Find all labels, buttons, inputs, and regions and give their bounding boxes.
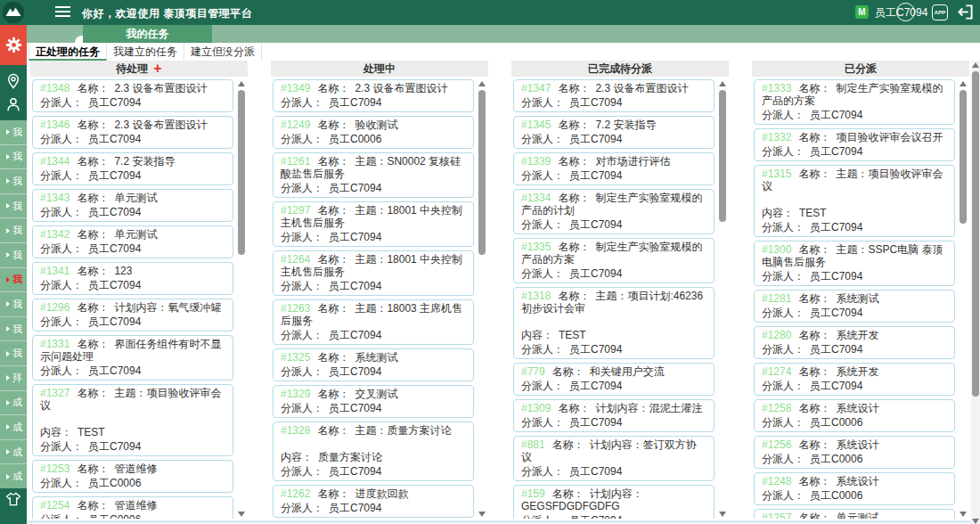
- task-card[interactable]: #1254名称：管道维修分派人：员工C0006: [32, 496, 233, 519]
- task-card[interactable]: #1262名称：进度款回款分派人：员工C7094: [273, 485, 474, 518]
- subtab-1[interactable]: 我建立的任务: [107, 43, 184, 61]
- card-assignee-line: 分派人：员工C7094: [762, 379, 947, 393]
- name-label: 名称：: [317, 351, 349, 364]
- task-card[interactable]: #1332名称：项目验收评审会议召开分派人：员工C7094: [754, 128, 955, 161]
- task-card[interactable]: #1348名称：2.3 设备布置图设计分派人：员工C7094: [32, 79, 233, 112]
- sidebar-item-14[interactable]: 成: [0, 463, 27, 488]
- scroll-up-arrow[interactable]: [960, 81, 967, 86]
- scroll-thumb[interactable]: [960, 90, 967, 224]
- task-card[interactable]: #1315名称：主题：项目验收评审会议内容：TEST分派人：员工C7094: [754, 165, 955, 237]
- task-card[interactable]: #1325名称：系统测试分派人：员工C7094: [273, 348, 474, 381]
- scroll-thumb[interactable]: [238, 90, 245, 255]
- scroll-down-arrow[interactable]: [960, 512, 967, 517]
- task-card[interactable]: #1344名称：7.2 安装指导分派人：员工C7094: [32, 152, 233, 185]
- task-card[interactable]: #1257名称：单元测试分派人：员工C0006: [754, 509, 955, 519]
- sidebar-item-5[interactable]: 我: [0, 242, 27, 267]
- task-id: #1344: [40, 155, 69, 168]
- sidebar-item-8[interactable]: 我: [0, 316, 27, 341]
- task-card[interactable]: #1309名称：计划内容：混泥土灌注分派人：员工C7094: [513, 399, 715, 432]
- person-icon[interactable]: [5, 96, 21, 112]
- sidebar-item-1[interactable]: 我: [0, 144, 27, 169]
- task-card[interactable]: #1258名称：系统设计分派人：员工C0006: [754, 399, 955, 432]
- assignee-label: 分派人：: [281, 96, 323, 109]
- task-card[interactable]: #1347名称：2.3 设备布置图设计分派人：员工C7094: [513, 79, 715, 112]
- task-card[interactable]: #1296名称：计划内容：氧气缓冲罐分派人：员工C7094: [32, 299, 233, 332]
- assignee-label: 分派人：: [521, 416, 564, 429]
- logout-icon[interactable]: [957, 4, 974, 24]
- column-scrollbar[interactable]: [959, 79, 968, 517]
- task-card[interactable]: #1345名称：7.2 安装指导分派人：员工C7094: [513, 116, 715, 149]
- add-task-button[interactable]: +: [153, 62, 161, 75]
- task-card[interactable]: #881名称：计划内容：签订双方协议分派人：员工C7094: [513, 436, 715, 481]
- sidebar-item-13[interactable]: 成: [0, 439, 27, 464]
- column-scrollbar[interactable]: [237, 79, 246, 517]
- task-card[interactable]: #1343名称：单元测试分派人：员工C7094: [32, 189, 233, 222]
- subtab-0[interactable]: 正处理的任务: [29, 43, 107, 61]
- task-card[interactable]: #1318名称：主题：项目计划:46236初步设计会审内容：TEST分派人：员工…: [513, 287, 715, 359]
- sidebar-item-3[interactable]: 我: [0, 193, 27, 218]
- scroll-down-arrow[interactable]: [719, 512, 726, 517]
- scroll-down-arrow[interactable]: [478, 512, 486, 517]
- sidebar-item-10[interactable]: 拜: [0, 365, 27, 390]
- sidebar-item-2[interactable]: 我: [0, 168, 27, 193]
- task-card[interactable]: #1333名称：制定生产实验室规模的产品的方案分派人：员工C7094: [754, 79, 955, 125]
- task-card[interactable]: #1264名称：主题：18001 中央控制主机售后服务分派人：员工C7094: [273, 250, 474, 296]
- task-card[interactable]: #1281名称：系统测试分派人：员工C7094: [754, 290, 955, 323]
- task-card[interactable]: #779名称：和关键用户交流分派人：员工C7094: [513, 363, 715, 396]
- task-card[interactable]: #1341名称：123分派人：员工C7094: [32, 262, 233, 295]
- sidebar-item-9[interactable]: 我: [0, 340, 27, 365]
- subtab-2[interactable]: 建立但没分派: [184, 43, 262, 61]
- task-card[interactable]: #1263名称：主题：18003 主席机售后服务分派人：员工C7094: [273, 299, 474, 345]
- task-name: 单元测试: [114, 228, 157, 241]
- task-card[interactable]: #1261名称：主题：SN0002 复核硅酸盐售后服务分派人：员工C7094: [273, 152, 474, 198]
- sidebar-settings-button[interactable]: [0, 25, 27, 65]
- task-card[interactable]: #1256名称：系统设计分派人：员工C0006: [754, 436, 955, 469]
- task-card[interactable]: #1331名称：界面任务组件有时不显示问题处理分派人：员工C7094: [32, 335, 233, 381]
- scroll-down-arrow[interactable]: [238, 512, 245, 517]
- task-card[interactable]: #1335名称：制定生产实验室规模的产品的方案分派人：员工C7094: [513, 238, 715, 283]
- message-badge[interactable]: M: [855, 5, 869, 19]
- task-card[interactable]: #1327名称：主题：项目验收评审会议内容：TEST分派人：员工C7094: [32, 384, 233, 456]
- task-card[interactable]: #1274名称：系统开发分派人：员工C7094: [754, 363, 955, 396]
- task-card[interactable]: #1300名称：主题：SSPC电脑 泰顶电脑售后服务分派人：员工C7094: [754, 241, 955, 286]
- assignee-label: 分派人：: [40, 477, 83, 489]
- task-card[interactable]: #1248名称：系统设计分派人：员工C0006: [754, 472, 955, 505]
- sidebar-item-4[interactable]: 我: [0, 217, 27, 242]
- task-card[interactable]: #1346名称：2.3 设备布置图设计分派人：员工C7094: [32, 116, 233, 149]
- sidebar-item-11[interactable]: 成: [0, 390, 27, 415]
- scroll-thumb[interactable]: [719, 90, 726, 222]
- task-card[interactable]: #1249名称：验收测试分派人：员工C0006: [273, 116, 474, 149]
- menu-icon[interactable]: [55, 6, 70, 19]
- scroll-thumb[interactable]: [478, 90, 486, 255]
- page-scrollbar[interactable]: [971, 61, 980, 524]
- task-card[interactable]: #1342名称：单元测试分派人：员工C7094: [32, 225, 233, 258]
- current-user[interactable]: 员工C7094: [875, 4, 927, 21]
- task-id: #1348: [40, 82, 69, 94]
- tab-my-tasks[interactable]: 我的任务: [83, 25, 212, 43]
- sidebar-item-6[interactable]: 我: [0, 267, 27, 292]
- task-card[interactable]: #1297名称：主题：18001 中央控制主机售后服务分派人：员工C7094: [273, 201, 474, 247]
- task-card[interactable]: #1349名称：2.3 设备布置图设计分派人：员工C7094: [273, 79, 474, 112]
- app-download-icon[interactable]: APP: [932, 4, 948, 20]
- scroll-up-arrow[interactable]: [478, 81, 486, 86]
- column-scrollbar[interactable]: [478, 79, 486, 517]
- task-card[interactable]: #159名称：计划内容：GEGSFDGDFGDFG分派人：员工C7094: [513, 485, 715, 519]
- card-assignee-line: 分派人：员工C7094: [762, 306, 947, 320]
- sidebar-item-12[interactable]: 成: [0, 414, 27, 439]
- task-name: 项目验收评审会议召开: [836, 131, 943, 143]
- sidebar-footer-button[interactable]: [0, 488, 27, 524]
- assignee-label: 分派人：: [762, 453, 804, 465]
- task-name: 2.3 设备布置图设计: [114, 119, 207, 131]
- task-card[interactable]: #1253名称：管道维修分派人：员工C0006: [32, 460, 233, 493]
- sidebar-item-7[interactable]: 我: [0, 291, 27, 316]
- task-card[interactable]: #1280名称：系统开发分派人：员工C7094: [754, 326, 955, 359]
- task-card[interactable]: #1339名称：对市场进行评估分派人：员工C7094: [513, 152, 715, 185]
- scroll-up-arrow[interactable]: [719, 81, 726, 86]
- column-scrollbar[interactable]: [718, 79, 727, 517]
- sidebar-item-0[interactable]: 我: [0, 120, 27, 144]
- task-card[interactable]: #1329名称：交叉测试分派人：员工C7094: [273, 385, 474, 418]
- task-card[interactable]: #1334名称：制定生产实验室规模的产品的计划分派人：员工C7094: [513, 189, 715, 234]
- task-card[interactable]: #1328名称：主题：质量方案讨论内容：质量方案讨论分派人：员工C7094: [273, 422, 474, 481]
- location-pin-icon[interactable]: [5, 73, 21, 89]
- scroll-up-arrow[interactable]: [238, 81, 245, 86]
